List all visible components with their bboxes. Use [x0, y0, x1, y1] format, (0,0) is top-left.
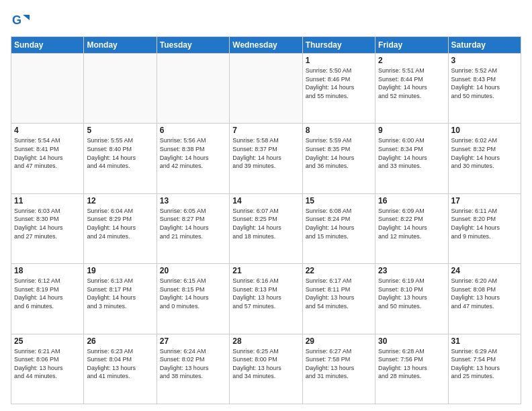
- week-row-5: 25Sunrise: 6:21 AMSunset: 8:06 PMDayligh…: [11, 334, 521, 404]
- day-number: 17: [451, 196, 518, 205]
- day-number: 1: [306, 56, 372, 65]
- day-info: Sunrise: 6:08 AMSunset: 8:24 PMDaylight:…: [306, 207, 372, 240]
- day-info: Sunrise: 6:20 AMSunset: 8:08 PMDaylight:…: [451, 277, 518, 310]
- day-number: 27: [160, 336, 226, 346]
- calendar-cell: [84, 54, 157, 124]
- calendar-cell: 20Sunrise: 6:15 AMSunset: 8:15 PMDayligh…: [157, 264, 229, 334]
- calendar-cell: 19Sunrise: 6:13 AMSunset: 8:17 PMDayligh…: [84, 264, 157, 334]
- calendar-cell: 10Sunrise: 6:02 AMSunset: 8:32 PMDayligh…: [448, 124, 521, 193]
- weekday-header-friday: Friday: [375, 37, 448, 54]
- calendar-cell: 28Sunrise: 6:25 AMSunset: 8:00 PMDayligh…: [230, 334, 302, 404]
- day-number: 5: [87, 126, 153, 135]
- day-info: Sunrise: 6:02 AMSunset: 8:32 PMDaylight:…: [451, 136, 518, 170]
- day-number: 12: [87, 196, 153, 205]
- svg-marker-1: [23, 15, 30, 20]
- calendar-cell: 26Sunrise: 6:23 AMSunset: 8:04 PMDayligh…: [84, 334, 157, 404]
- day-info: Sunrise: 5:55 AMSunset: 8:40 PMDaylight:…: [87, 136, 153, 170]
- day-number: 24: [451, 266, 518, 275]
- day-info: Sunrise: 6:04 AMSunset: 8:29 PMDaylight:…: [87, 207, 153, 240]
- day-info: Sunrise: 6:28 AMSunset: 7:56 PMDaylight:…: [378, 347, 445, 381]
- day-info: Sunrise: 6:07 AMSunset: 8:25 PMDaylight:…: [232, 207, 299, 240]
- calendar-cell: 29Sunrise: 6:27 AMSunset: 7:58 PMDayligh…: [302, 334, 375, 404]
- day-number: 11: [14, 196, 81, 205]
- day-number: 26: [87, 336, 153, 346]
- day-number: 7: [232, 126, 299, 135]
- day-info: Sunrise: 6:25 AMSunset: 8:00 PMDaylight:…: [232, 347, 299, 381]
- weekday-header-row: SundayMondayTuesdayWednesdayThursdayFrid…: [11, 37, 521, 54]
- weekday-header-tuesday: Tuesday: [157, 37, 229, 54]
- calendar-cell: 7Sunrise: 5:58 AMSunset: 8:37 PMDaylight…: [230, 124, 302, 193]
- calendar-cell: 2Sunrise: 5:51 AMSunset: 8:44 PMDaylight…: [375, 54, 448, 124]
- day-info: Sunrise: 6:23 AMSunset: 8:04 PMDaylight:…: [87, 347, 153, 381]
- day-info: Sunrise: 6:29 AMSunset: 7:54 PMDaylight:…: [451, 347, 518, 381]
- calendar-cell: 27Sunrise: 6:24 AMSunset: 8:02 PMDayligh…: [157, 334, 229, 404]
- calendar-cell: 4Sunrise: 5:54 AMSunset: 8:41 PMDaylight…: [11, 124, 84, 193]
- day-number: 18: [14, 266, 81, 275]
- day-info: Sunrise: 6:17 AMSunset: 8:11 PMDaylight:…: [306, 277, 372, 310]
- calendar-cell: 9Sunrise: 6:00 AMSunset: 8:34 PMDaylight…: [375, 124, 448, 193]
- day-number: 14: [232, 196, 299, 205]
- calendar-cell: 5Sunrise: 5:55 AMSunset: 8:40 PMDaylight…: [84, 124, 157, 193]
- calendar: SundayMondayTuesdayWednesdayThursdayFrid…: [11, 36, 521, 404]
- calendar-cell: 13Sunrise: 6:05 AMSunset: 8:27 PMDayligh…: [157, 193, 229, 263]
- day-number: 3: [451, 56, 518, 65]
- week-row-2: 4Sunrise: 5:54 AMSunset: 8:41 PMDaylight…: [11, 124, 521, 193]
- day-number: 31: [451, 336, 518, 346]
- logo-icon: G: [11, 11, 30, 30]
- calendar-cell: 3Sunrise: 5:52 AMSunset: 8:43 PMDaylight…: [448, 54, 521, 124]
- calendar-cell: 30Sunrise: 6:28 AMSunset: 7:56 PMDayligh…: [375, 334, 448, 404]
- calendar-body: 1Sunrise: 5:50 AMSunset: 8:46 PMDaylight…: [11, 54, 521, 404]
- day-info: Sunrise: 6:16 AMSunset: 8:13 PMDaylight:…: [232, 277, 299, 310]
- day-number: 30: [378, 336, 445, 346]
- day-info: Sunrise: 6:13 AMSunset: 8:17 PMDaylight:…: [87, 277, 153, 310]
- day-info: Sunrise: 5:50 AMSunset: 8:46 PMDaylight:…: [306, 66, 372, 100]
- calendar-cell: 15Sunrise: 6:08 AMSunset: 8:24 PMDayligh…: [302, 193, 375, 263]
- day-number: 6: [160, 126, 226, 135]
- day-number: 22: [306, 266, 372, 275]
- calendar-cell: 24Sunrise: 6:20 AMSunset: 8:08 PMDayligh…: [448, 264, 521, 334]
- weekday-header-monday: Monday: [84, 37, 157, 54]
- day-info: Sunrise: 5:51 AMSunset: 8:44 PMDaylight:…: [378, 66, 445, 100]
- day-number: 13: [160, 196, 226, 205]
- calendar-cell: [11, 54, 84, 124]
- page: G SundayMondayTuesdayWednesdayThursdayFr…: [0, 0, 532, 411]
- week-row-4: 18Sunrise: 6:12 AMSunset: 8:19 PMDayligh…: [11, 264, 521, 334]
- day-number: 23: [378, 266, 445, 275]
- calendar-cell: 22Sunrise: 6:17 AMSunset: 8:11 PMDayligh…: [302, 264, 375, 334]
- day-number: 25: [14, 336, 81, 346]
- calendar-cell: 23Sunrise: 6:19 AMSunset: 8:10 PMDayligh…: [375, 264, 448, 334]
- day-info: Sunrise: 5:52 AMSunset: 8:43 PMDaylight:…: [451, 66, 518, 100]
- day-info: Sunrise: 6:24 AMSunset: 8:02 PMDaylight:…: [160, 347, 226, 381]
- calendar-cell: 31Sunrise: 6:29 AMSunset: 7:54 PMDayligh…: [448, 334, 521, 404]
- week-row-3: 11Sunrise: 6:03 AMSunset: 8:30 PMDayligh…: [11, 193, 521, 263]
- day-number: 8: [306, 126, 372, 135]
- day-info: Sunrise: 6:19 AMSunset: 8:10 PMDaylight:…: [378, 277, 445, 310]
- calendar-header: SundayMondayTuesdayWednesdayThursdayFrid…: [11, 37, 521, 54]
- day-number: 15: [306, 196, 372, 205]
- day-number: 28: [232, 336, 299, 346]
- day-info: Sunrise: 6:21 AMSunset: 8:06 PMDaylight:…: [14, 347, 81, 381]
- day-info: Sunrise: 6:00 AMSunset: 8:34 PMDaylight:…: [378, 136, 445, 170]
- header: G: [11, 11, 521, 30]
- day-info: Sunrise: 6:09 AMSunset: 8:22 PMDaylight:…: [378, 207, 445, 240]
- week-row-1: 1Sunrise: 5:50 AMSunset: 8:46 PMDaylight…: [11, 54, 521, 124]
- calendar-cell: 16Sunrise: 6:09 AMSunset: 8:22 PMDayligh…: [375, 193, 448, 263]
- calendar-cell: 11Sunrise: 6:03 AMSunset: 8:30 PMDayligh…: [11, 193, 84, 263]
- calendar-cell: [157, 54, 229, 124]
- day-info: Sunrise: 5:56 AMSunset: 8:38 PMDaylight:…: [160, 136, 226, 170]
- day-info: Sunrise: 6:12 AMSunset: 8:19 PMDaylight:…: [14, 277, 81, 310]
- weekday-header-wednesday: Wednesday: [230, 37, 302, 54]
- day-number: 29: [306, 336, 372, 346]
- calendar-cell: 8Sunrise: 5:59 AMSunset: 8:35 PMDaylight…: [302, 124, 375, 193]
- day-number: 19: [87, 266, 153, 275]
- calendar-cell: 18Sunrise: 6:12 AMSunset: 8:19 PMDayligh…: [11, 264, 84, 334]
- day-info: Sunrise: 6:15 AMSunset: 8:15 PMDaylight:…: [160, 277, 226, 310]
- day-number: 20: [160, 266, 226, 275]
- calendar-cell: 21Sunrise: 6:16 AMSunset: 8:13 PMDayligh…: [230, 264, 302, 334]
- calendar-cell: 14Sunrise: 6:07 AMSunset: 8:25 PMDayligh…: [230, 193, 302, 263]
- calendar-cell: 6Sunrise: 5:56 AMSunset: 8:38 PMDaylight…: [157, 124, 229, 193]
- day-info: Sunrise: 5:54 AMSunset: 8:41 PMDaylight:…: [14, 136, 81, 170]
- day-info: Sunrise: 6:03 AMSunset: 8:30 PMDaylight:…: [14, 207, 81, 240]
- logo: G: [11, 11, 32, 30]
- calendar-cell: [230, 54, 302, 124]
